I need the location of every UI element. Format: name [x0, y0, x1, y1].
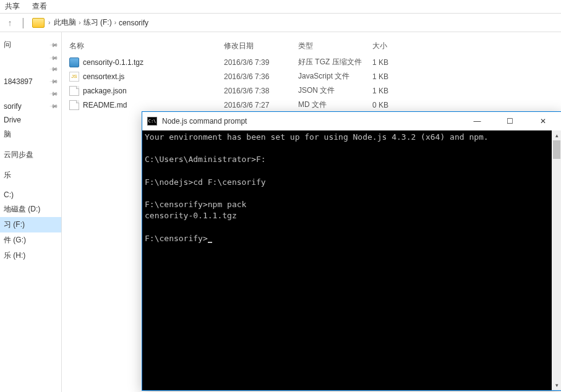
scroll-down-icon[interactable]: ▾ — [552, 380, 561, 390]
pin-icon: 📌 — [49, 54, 59, 63]
file-size: 1 KB — [372, 72, 416, 81]
terminal-titlebar[interactable]: C:\ Node.js command prompt — ☐ ✕ — [142, 112, 561, 130]
terminal-body: Your environment has been set up for usi… — [142, 130, 561, 390]
sidebar: 问📌📌📌1843897📌📌sorify📌Drive脑云同步盘乐C:)地磁盘 (D… — [0, 32, 62, 392]
archive-icon — [69, 58, 79, 67]
sidebar-item[interactable]: 地磁盘 (D:) — [0, 202, 61, 217]
sidebar-item[interactable] — [0, 142, 61, 147]
file-size: 0 KB — [372, 101, 416, 109]
sidebar-item[interactable]: 脑 — [0, 127, 61, 142]
scrollbar[interactable]: ▴ ▾ — [552, 130, 561, 390]
sidebar-item[interactable]: 📌 — [0, 88, 61, 100]
file-row[interactable]: JScensortext.js2016/3/6 7:36JavaScript 文… — [69, 69, 554, 83]
sidebar-item[interactable]: 云同步盘 — [0, 147, 61, 163]
scroll-track[interactable] — [552, 140, 561, 380]
js-icon: JS — [69, 72, 79, 82]
file-name: censortext.js — [83, 72, 124, 81]
file-type: MD 文件 — [298, 100, 372, 110]
chevron-right-icon: › — [79, 19, 80, 26]
sidebar-item[interactable]: Drive — [0, 113, 61, 127]
folder-icon — [32, 18, 45, 28]
sidebar-item[interactable]: 件 (G:) — [0, 232, 61, 248]
menu-share[interactable]: 共享 — [5, 1, 20, 12]
sidebar-item[interactable]: 📌 — [0, 64, 61, 75]
nav-up-icon[interactable]: ↑ — [5, 18, 15, 28]
close-button[interactable]: ✕ — [529, 113, 557, 130]
sidebar-item-label: 件 (G:) — [4, 235, 26, 245]
sidebar-item[interactable]: 乐 — [0, 168, 61, 183]
sidebar-item-label: 脑 — [4, 129, 11, 140]
file-size: 1 KB — [372, 58, 416, 67]
file-date: 2016/3/6 7:36 — [224, 72, 298, 81]
chevron-right-icon: › — [114, 19, 116, 26]
breadcrumb: 此电脑 › 练习 (F:) › censorify — [54, 17, 148, 28]
pin-icon: 📌 — [49, 77, 59, 87]
file-date: 2016/3/6 7:27 — [224, 101, 298, 109]
file-date: 2016/3/6 7:38 — [224, 87, 298, 95]
sidebar-item[interactable]: 问📌 — [0, 37, 61, 53]
sidebar-item-label: C:) — [4, 190, 14, 199]
menu-view[interactable]: 查看 — [32, 1, 47, 12]
file-type: JavaScript 文件 — [298, 71, 372, 82]
col-type[interactable]: 类型 — [298, 41, 372, 51]
sidebar-item-label: 云同步盘 — [4, 150, 33, 160]
sidebar-item-label: sorify — [4, 102, 22, 111]
chevron-right-icon[interactable]: › — [48, 19, 50, 26]
sidebar-item-label: 问 — [4, 40, 11, 50]
sidebar-item-label: 习 (F:) — [4, 219, 25, 230]
sidebar-item[interactable]: C:) — [0, 188, 61, 202]
terminal-window: C:\ Node.js command prompt — ☐ ✕ Your en… — [142, 111, 561, 391]
minimize-button[interactable]: — — [463, 113, 491, 130]
maximize-button[interactable]: ☐ — [496, 113, 524, 130]
sidebar-item[interactable] — [0, 263, 61, 268]
terminal-title: Node.js command prompt — [162, 117, 458, 126]
pin-icon: 📌 — [49, 102, 59, 111]
file-type: JSON 文件 — [298, 85, 372, 96]
sidebar-item[interactable]: sorify📌 — [0, 100, 61, 113]
sidebar-item[interactable]: 习 (F:) — [0, 217, 61, 232]
sidebar-item-label: 地磁盘 (D:) — [4, 204, 40, 215]
cursor — [208, 242, 212, 243]
scroll-thumb[interactable] — [553, 140, 560, 159]
file-type: 好压 TGZ 压缩文件 — [298, 57, 372, 67]
breadcrumb-folder[interactable]: censorify — [119, 19, 148, 27]
sidebar-item-label: 乐 (H:) — [4, 250, 25, 261]
sidebar-item[interactable]: 📌 — [0, 53, 61, 64]
col-size[interactable]: 大小 — [372, 41, 416, 51]
file-name: package.json — [83, 87, 127, 95]
sidebar-item[interactable] — [0, 163, 61, 168]
pin-icon: 📌 — [49, 40, 59, 49]
sidebar-item-label: 乐 — [4, 170, 11, 181]
file-row[interactable]: README.md2016/3/6 7:27MD 文件0 KB — [69, 98, 554, 112]
file-row[interactable]: package.json2016/3/6 7:38JSON 文件1 KB — [69, 83, 554, 98]
address-bar: ↑ │ › 此电脑 › 练习 (F:) › censorify — [0, 14, 561, 32]
breadcrumb-drive[interactable]: 练习 (F:) — [84, 17, 112, 28]
file-size: 1 KB — [372, 87, 416, 95]
terminal-content[interactable]: Your environment has been set up for usi… — [142, 130, 552, 390]
pin-icon: 📌 — [49, 90, 59, 99]
scroll-up-icon[interactable]: ▴ — [552, 130, 561, 140]
file-name: censority-0.1.1.tgz — [83, 58, 143, 67]
sidebar-item[interactable]: 乐 (H:) — [0, 248, 61, 263]
sidebar-item[interactable]: 1843897📌 — [0, 75, 61, 88]
sidebar-item-label: Drive — [4, 116, 21, 124]
column-headers: 名称 修改日期 类型 大小 — [69, 37, 554, 55]
top-menu: 共享 查看 — [0, 0, 561, 14]
pin-icon: 📌 — [49, 65, 59, 74]
cmd-icon: C:\ — [147, 117, 157, 126]
col-date[interactable]: 修改日期 — [224, 41, 298, 51]
nav-sep-icon: │ — [19, 18, 28, 28]
file-icon — [69, 86, 79, 96]
file-row[interactable]: censority-0.1.1.tgz2016/3/6 7:39好压 TGZ 压… — [69, 55, 554, 69]
sidebar-item[interactable] — [0, 183, 61, 188]
file-name: README.md — [83, 101, 127, 109]
col-name[interactable]: 名称 — [69, 41, 224, 51]
file-date: 2016/3/6 7:39 — [224, 58, 298, 67]
breadcrumb-pc[interactable]: 此电脑 — [54, 17, 76, 28]
file-icon — [69, 100, 79, 110]
sidebar-item-label: 1843897 — [4, 77, 33, 86]
